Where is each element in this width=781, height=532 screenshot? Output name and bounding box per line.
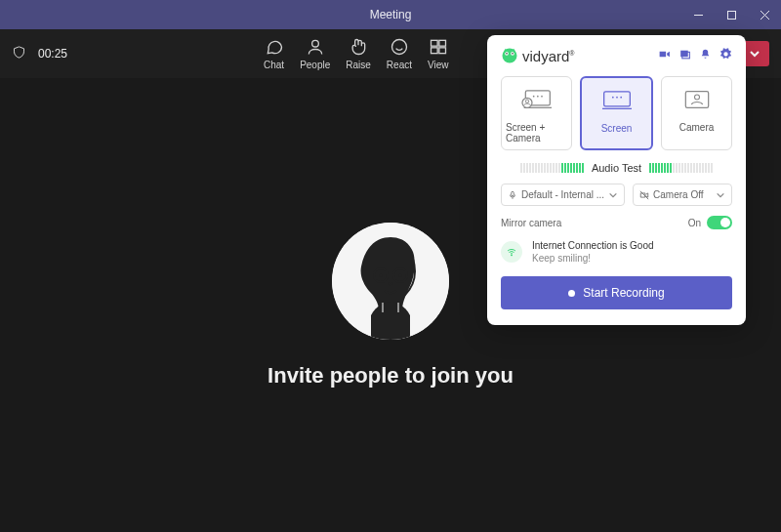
titlebar: Meeting	[0, 0, 781, 29]
mode-camera[interactable]: Camera	[661, 76, 732, 150]
mirror-camera-state: On	[688, 218, 701, 228]
svg-rect-1	[727, 11, 735, 19]
svg-point-37	[612, 97, 614, 99]
minimize-button[interactable]	[681, 0, 715, 29]
chevron-down-icon	[716, 190, 725, 200]
avatar	[332, 223, 449, 340]
mode-screen-label: Screen	[601, 123, 633, 134]
vidyard-header: vidyard®	[501, 47, 732, 64]
camera-select[interactable]: Camera Off	[633, 184, 732, 206]
vidyard-logo-text: vidyard®	[522, 48, 575, 64]
svg-point-4	[311, 40, 318, 47]
svg-point-38	[616, 97, 618, 99]
react-button[interactable]: React	[387, 37, 412, 70]
vidyard-camera-icon[interactable]	[658, 47, 671, 64]
start-recording-button[interactable]: Start Recording	[501, 276, 732, 309]
react-label: React	[387, 60, 412, 70]
svg-rect-7	[439, 40, 446, 46]
start-recording-label: Start Recording	[583, 286, 664, 300]
device-selects: Default - Internal ... Camera Off	[501, 184, 732, 206]
vidyard-logo: vidyard®	[501, 47, 575, 64]
vidyard-panel: vidyard® Screen + Camera Screen Camera A…	[487, 35, 746, 325]
close-button[interactable]	[748, 0, 781, 29]
raise-button[interactable]: Raise	[346, 37, 371, 70]
camera-mode-icon	[678, 87, 717, 112]
vidyard-bell-icon[interactable]	[699, 47, 712, 64]
audio-bars-left	[520, 163, 584, 173]
mode-camera-label: Camera	[679, 122, 715, 133]
people-label: People	[300, 60, 330, 70]
mode-screen[interactable]: Screen	[580, 76, 653, 150]
meeting-timer: 00:25	[38, 47, 67, 61]
mirror-camera-label: Mirror camera	[501, 218, 688, 228]
svg-rect-35	[603, 92, 630, 106]
svg-point-5	[391, 40, 406, 55]
mode-screen-camera[interactable]: Screen + Camera	[501, 76, 572, 150]
chat-label: Chat	[264, 60, 284, 70]
audio-bars-right	[649, 163, 713, 173]
people-button[interactable]: People	[300, 37, 330, 70]
screen-camera-icon	[517, 87, 556, 112]
audio-test-label: Audio Test	[592, 162, 641, 174]
record-dot-icon	[568, 290, 575, 297]
mirror-camera-toggle[interactable]	[707, 216, 732, 229]
svg-rect-9	[439, 48, 446, 54]
vidyard-logo-icon	[501, 47, 518, 64]
raise-label: Raise	[346, 60, 371, 70]
connection-title: Internet Connection is Good	[532, 239, 654, 252]
svg-point-31	[537, 96, 539, 98]
connection-status-text: Internet Connection is Good Keep smiling…	[532, 239, 654, 265]
view-button[interactable]: View	[428, 37, 449, 70]
mic-select[interactable]: Default - Internal ...	[501, 184, 625, 206]
invite-text: Invite people to join you	[267, 363, 514, 389]
vidyard-header-actions	[658, 47, 732, 64]
chevron-down-icon	[608, 190, 618, 200]
vidyard-gear-icon[interactable]	[719, 47, 732, 64]
svg-rect-42	[512, 191, 514, 196]
svg-point-19	[380, 273, 383, 276]
svg-point-25	[512, 53, 514, 55]
mode-screen-camera-label: Screen + Camera	[506, 122, 567, 143]
svg-point-30	[532, 96, 534, 98]
camera-select-value: Camera Off	[653, 189, 712, 200]
maximize-button[interactable]	[715, 0, 748, 29]
svg-point-32	[541, 96, 543, 98]
toolbar-actions: Chat People Raise React View	[264, 37, 448, 70]
window-controls	[681, 0, 781, 29]
connection-subtitle: Keep smiling!	[532, 252, 654, 265]
connection-status-row: Internet Connection is Good Keep smiling…	[501, 239, 732, 265]
svg-point-20	[399, 273, 402, 276]
camera-off-icon	[639, 190, 649, 200]
svg-rect-6	[431, 40, 437, 46]
svg-point-43	[512, 255, 513, 256]
view-label: View	[428, 60, 449, 70]
shield-icon[interactable]	[12, 45, 26, 63]
mic-select-value: Default - Internal ...	[521, 189, 604, 200]
window-title: Meeting	[370, 8, 412, 21]
svg-point-24	[506, 53, 508, 55]
chat-button[interactable]: Chat	[264, 37, 284, 70]
mirror-camera-row: Mirror camera On	[501, 216, 732, 229]
mic-icon	[508, 190, 517, 200]
screen-icon	[597, 88, 637, 113]
svg-rect-8	[431, 48, 437, 54]
wifi-icon	[501, 241, 522, 263]
svg-point-39	[620, 97, 622, 99]
recording-modes: Screen + Camera Screen Camera	[501, 76, 732, 150]
vidyard-library-icon[interactable]	[678, 47, 691, 64]
audio-test-row: Audio Test	[501, 162, 732, 174]
svg-point-41	[694, 95, 699, 100]
